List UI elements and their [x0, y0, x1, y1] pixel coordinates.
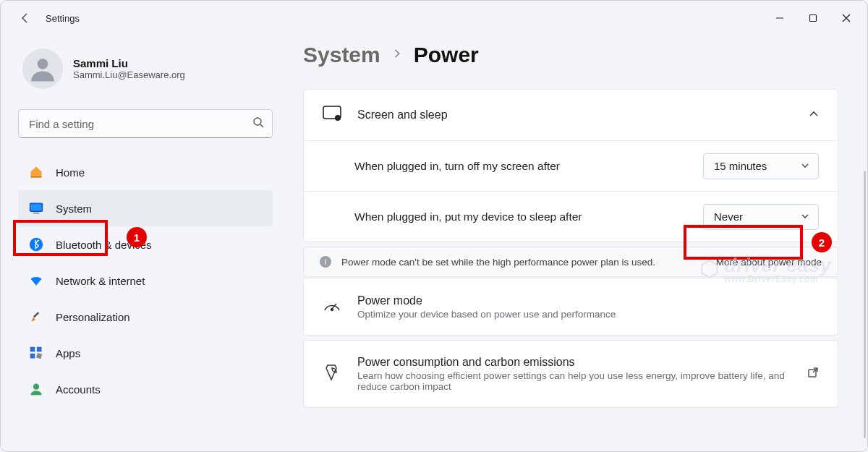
maximize-button[interactable]: [796, 4, 830, 33]
wifi-icon: [28, 273, 44, 289]
sidebar-item-network[interactable]: Network & internet: [18, 263, 273, 299]
external-link-icon: [807, 367, 819, 381]
carbon-sub: Learn how choosing efficient power setti…: [357, 370, 791, 392]
annotation-box-sleep: [684, 225, 803, 260]
svg-rect-15: [30, 354, 35, 359]
svg-point-19: [335, 115, 341, 121]
screen-icon: [323, 106, 341, 124]
svg-rect-14: [37, 347, 42, 352]
chevron-right-icon: [392, 48, 402, 61]
sidebar-item-label: Accounts: [56, 383, 101, 396]
sleep-label: When plugged in, put my device to sleep …: [354, 210, 689, 223]
sidebar-item-label: Apps: [56, 347, 80, 359]
dropdown-value: 15 minutes: [714, 160, 767, 172]
minimize-button[interactable]: [763, 4, 796, 33]
search-input[interactable]: [18, 109, 273, 138]
svg-rect-7: [31, 176, 42, 178]
annotation-2: 2: [812, 232, 832, 252]
sidebar-item-home[interactable]: Home: [18, 154, 273, 190]
screen-off-dropdown[interactable]: 15 minutes: [703, 153, 819, 179]
svg-rect-13: [30, 347, 35, 352]
search-icon: [252, 116, 264, 131]
avatar: [22, 48, 63, 89]
power-mode-title: Power mode: [357, 294, 819, 307]
leaf-shield-icon: [323, 363, 341, 385]
carbon-title: Power consumption and carbon emissions: [357, 356, 791, 369]
breadcrumb-parent[interactable]: System: [303, 43, 380, 67]
sidebar-item-apps[interactable]: Apps: [18, 335, 273, 371]
profile-name: Sammi Liu: [73, 57, 185, 69]
system-icon: [28, 200, 44, 216]
annotation-box-system: [13, 220, 108, 256]
svg-rect-16: [36, 353, 42, 359]
sidebar-item-label: Home: [56, 166, 85, 179]
power-mode-sub: Optimize your device based on power use …: [357, 309, 819, 320]
chevron-down-icon: [801, 160, 809, 172]
power-mode-section: Power mode Optimize your device based on…: [304, 278, 838, 335]
screen-off-label: When plugged in, turn off my screen afte…: [354, 160, 689, 173]
svg-point-5: [254, 118, 261, 125]
svg-point-4: [38, 59, 48, 69]
chevron-up-icon: [809, 108, 819, 121]
profile-email: Sammi.Liu@Easeware.org: [73, 69, 185, 80]
paintbrush-icon: [28, 309, 44, 325]
sidebar-item-label: System: [56, 202, 92, 215]
close-button[interactable]: [830, 4, 863, 33]
carbon-section[interactable]: Power consumption and carbon emissions L…: [304, 341, 838, 407]
svg-rect-12: [33, 312, 39, 317]
gauge-icon: [323, 297, 341, 316]
breadcrumb: System Power: [303, 43, 838, 67]
svg-rect-9: [31, 204, 42, 210]
breadcrumb-current: Power: [414, 43, 479, 67]
svg-rect-1: [810, 15, 817, 22]
info-icon: i: [320, 256, 331, 268]
screen-off-row: When plugged in, turn off my screen afte…: [304, 140, 838, 191]
sidebar-item-personalization[interactable]: Personalization: [18, 299, 273, 335]
svg-point-21: [331, 309, 333, 311]
apps-icon: [28, 345, 44, 361]
back-arrow-icon[interactable]: [18, 12, 33, 24]
home-icon: [28, 164, 44, 180]
profile-block[interactable]: Sammi Liu Sammi.Liu@Easeware.org: [18, 48, 273, 89]
svg-line-6: [260, 124, 263, 127]
scrollbar[interactable]: [864, 171, 866, 438]
screen-sleep-title: Screen and sleep: [357, 108, 793, 121]
dropdown-value: Never: [714, 210, 743, 223]
sidebar-item-label: Personalization: [56, 311, 130, 323]
svg-rect-10: [33, 213, 39, 214]
accounts-icon: [28, 381, 44, 397]
sidebar-item-label: Network & internet: [56, 275, 145, 287]
app-title: Settings: [46, 13, 763, 24]
chevron-down-icon: [801, 210, 809, 223]
svg-point-17: [33, 384, 39, 390]
info-text: Power mode can't be set while the high p…: [341, 257, 655, 268]
annotation-1: 1: [127, 227, 147, 247]
screen-sleep-header[interactable]: Screen and sleep: [304, 90, 838, 140]
sidebar-item-accounts[interactable]: Accounts: [18, 371, 273, 407]
